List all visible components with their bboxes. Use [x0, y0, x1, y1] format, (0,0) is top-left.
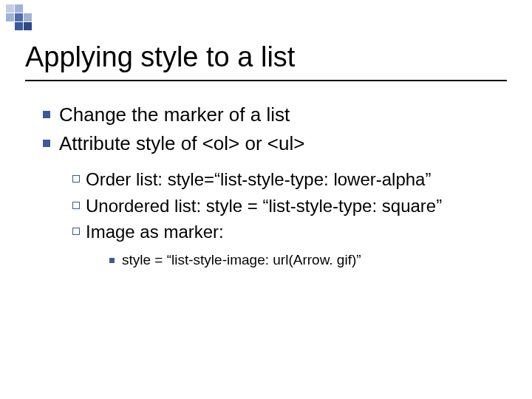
bullet-level1: Change the marker of a list: [43, 102, 501, 128]
square-outline-icon: [72, 228, 80, 235]
bullet-level2: Unordered list: style = “list-style-type…: [72, 194, 501, 219]
bullet-text: Unordered list: style = “list-style-type…: [86, 194, 442, 219]
slide-body: Change the marker of a list Attribute st…: [43, 102, 501, 270]
slide-title: Applying style to a list: [25, 41, 295, 73]
square-outline-icon: [72, 175, 80, 183]
square-small-icon: [109, 258, 115, 263]
bullet-level3: style = “list-style-image: url(Arrow. gi…: [109, 250, 501, 270]
square-filled-icon: [43, 111, 50, 118]
sub-sub-bullets: style = “list-style-image: url(Arrow. gi…: [109, 250, 501, 270]
corner-decoration: [6, 4, 50, 30]
bullet-text: Image as marker:: [86, 219, 224, 245]
bullet-text: style = “list-style-image: url(Arrow. gi…: [122, 250, 361, 270]
bullet-text: Change the marker of a list: [59, 102, 290, 128]
bullet-level2: Image as marker:: [72, 219, 501, 245]
bullet-level1: Attribute style of <ol> or <ul>: [43, 131, 501, 157]
bullet-level2: Order list: style=“list-style-type: lowe…: [72, 167, 501, 192]
sub-bullets: Order list: style=“list-style-type: lowe…: [72, 167, 501, 270]
bullet-text: Attribute style of <ol> or <ul>: [59, 131, 304, 157]
square-filled-icon: [43, 140, 50, 147]
square-outline-icon: [72, 202, 80, 209]
bullet-text: Order list: style=“list-style-type: lowe…: [86, 167, 431, 192]
title-underline: [25, 80, 507, 81]
